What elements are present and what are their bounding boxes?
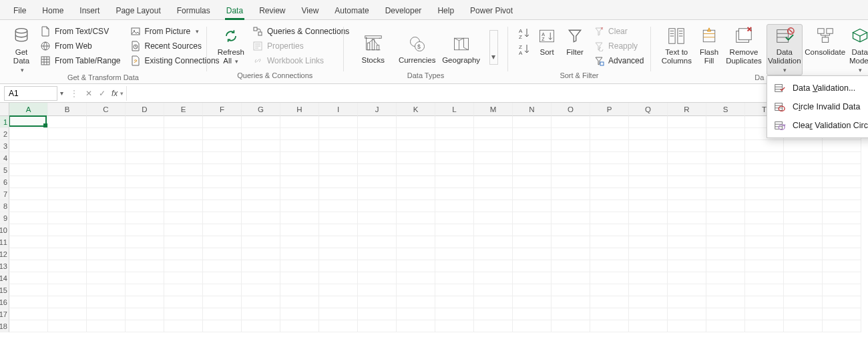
cell[interactable] <box>397 260 435 272</box>
cell[interactable] <box>397 188 435 200</box>
cell[interactable] <box>745 320 784 332</box>
row-header[interactable]: 8 <box>0 200 9 212</box>
cell[interactable] <box>203 260 242 272</box>
cell[interactable] <box>745 236 784 248</box>
data-model-button[interactable]: Data Model ▾ <box>848 24 868 75</box>
cell[interactable] <box>48 284 87 296</box>
cell[interactable] <box>435 308 474 320</box>
consolidate-button[interactable]: Consolidate <box>807 24 844 57</box>
cell[interactable] <box>745 284 784 296</box>
clear-filter-button[interactable]: Clear <box>591 25 646 37</box>
cell[interactable] <box>552 200 590 212</box>
cell[interactable] <box>203 128 242 140</box>
cell[interactable] <box>706 128 745 140</box>
cell[interactable] <box>87 272 126 284</box>
cancel-formula-button[interactable]: ✕ <box>82 89 95 98</box>
cell[interactable] <box>164 116 203 128</box>
cell[interactable] <box>203 320 242 332</box>
cell[interactable] <box>590 140 629 152</box>
cell[interactable] <box>280 212 319 224</box>
cell[interactable] <box>280 200 319 212</box>
cell[interactable] <box>629 260 668 272</box>
cell[interactable] <box>358 176 397 188</box>
spreadsheet-grid[interactable]: 123456789101112131415161718 ABCDEFGHIJKL… <box>0 103 868 332</box>
cell[interactable] <box>280 188 319 200</box>
cell[interactable] <box>9 128 48 140</box>
cell[interactable] <box>629 140 668 152</box>
cell[interactable] <box>203 140 242 152</box>
cell[interactable] <box>668 116 706 128</box>
cell[interactable] <box>358 188 397 200</box>
cell[interactable] <box>823 152 861 164</box>
row-header[interactable]: 17 <box>0 308 9 320</box>
cell[interactable] <box>513 320 552 332</box>
cell[interactable] <box>9 236 48 248</box>
column-header[interactable]: L <box>435 103 474 116</box>
cell[interactable] <box>358 272 397 284</box>
cell[interactable] <box>164 200 203 212</box>
cell[interactable] <box>823 164 861 176</box>
cell[interactable] <box>668 188 706 200</box>
cell[interactable] <box>87 200 126 212</box>
cell[interactable] <box>823 140 861 152</box>
tab-help[interactable]: Help <box>429 2 462 19</box>
column-header[interactable]: O <box>552 103 590 116</box>
cell[interactable] <box>590 152 629 164</box>
cell[interactable] <box>242 140 280 152</box>
cell[interactable] <box>242 260 280 272</box>
cell[interactable] <box>164 176 203 188</box>
cell[interactable] <box>203 188 242 200</box>
cell[interactable] <box>319 284 358 296</box>
tab-developer[interactable]: Developer <box>377 2 430 19</box>
cell[interactable] <box>552 320 590 332</box>
cell[interactable] <box>397 212 435 224</box>
cell[interactable] <box>435 200 474 212</box>
cell[interactable] <box>823 224 861 236</box>
cell[interactable] <box>629 152 668 164</box>
cell[interactable] <box>629 200 668 212</box>
cell[interactable] <box>397 284 435 296</box>
cell[interactable] <box>126 176 164 188</box>
cell[interactable] <box>319 308 358 320</box>
cell[interactable] <box>87 140 126 152</box>
cell[interactable] <box>126 320 164 332</box>
cell[interactable] <box>590 296 629 308</box>
cell[interactable] <box>706 116 745 128</box>
cell[interactable] <box>319 296 358 308</box>
cell[interactable] <box>87 248 126 260</box>
cell[interactable] <box>280 236 319 248</box>
cell[interactable] <box>319 260 358 272</box>
cell[interactable] <box>823 200 861 212</box>
cell[interactable] <box>164 272 203 284</box>
cell[interactable] <box>242 308 280 320</box>
cell[interactable] <box>706 200 745 212</box>
cell[interactable] <box>590 176 629 188</box>
cell[interactable] <box>823 236 861 248</box>
cell[interactable] <box>435 212 474 224</box>
cell[interactable] <box>706 212 745 224</box>
row-header[interactable]: 3 <box>0 140 9 152</box>
cell[interactable] <box>435 248 474 260</box>
cell[interactable] <box>203 224 242 236</box>
column-header[interactable]: P <box>590 103 629 116</box>
cell[interactable] <box>397 152 435 164</box>
cell[interactable] <box>319 236 358 248</box>
cell[interactable] <box>706 164 745 176</box>
cell[interactable] <box>9 320 48 332</box>
cell[interactable] <box>435 188 474 200</box>
cell[interactable] <box>358 224 397 236</box>
column-header[interactable]: Q <box>629 103 668 116</box>
cell[interactable] <box>552 224 590 236</box>
cell[interactable] <box>48 116 87 128</box>
cell[interactable] <box>397 164 435 176</box>
cell[interactable] <box>319 224 358 236</box>
cell[interactable] <box>552 140 590 152</box>
column-header[interactable]: K <box>397 103 435 116</box>
cell[interactable] <box>706 296 745 308</box>
cell[interactable] <box>164 140 203 152</box>
cell[interactable] <box>48 320 87 332</box>
data-validation-button[interactable]: Data Validation ▾ <box>767 24 803 75</box>
cell[interactable] <box>126 260 164 272</box>
cell[interactable] <box>435 296 474 308</box>
cell[interactable] <box>126 152 164 164</box>
